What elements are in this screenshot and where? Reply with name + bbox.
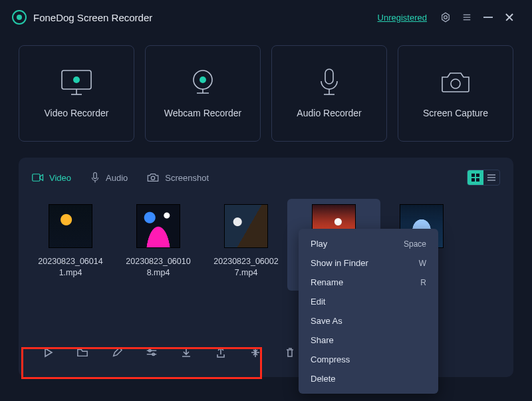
app-logo-icon <box>12 10 27 25</box>
ctx-item-compress[interactable]: Compress <box>299 350 438 369</box>
mode-webcam-recorder[interactable]: Webcam Recorder <box>145 45 261 142</box>
unregistered-link[interactable]: Unregistered <box>378 13 427 23</box>
ctx-label: Edit <box>311 297 325 307</box>
title-bar: FoneDog Screen Recorder Unregistered <box>0 0 532 35</box>
svg-marker-0 <box>442 13 450 22</box>
microphone-icon <box>316 69 342 96</box>
ctx-label: Show in Finder <box>311 258 368 268</box>
minimize-button[interactable] <box>481 11 495 24</box>
mode-screen-capture[interactable]: Screen Capture <box>398 45 513 142</box>
ctx-item-delete[interactable]: Delete <box>299 369 438 388</box>
svg-point-1 <box>444 16 448 19</box>
ctx-label: Compress <box>311 354 350 364</box>
ctx-item-edit[interactable]: Edit <box>299 292 438 311</box>
thumbnail-image <box>136 204 180 248</box>
ctx-item-rename[interactable]: Rename R <box>299 273 438 292</box>
ctx-item-share[interactable]: Share <box>299 331 438 350</box>
ctx-label: Play <box>311 239 327 249</box>
ctx-item-play[interactable]: Play Space <box>299 234 438 253</box>
grid-view-button[interactable] <box>467 170 483 185</box>
monitor-record-icon <box>58 69 95 96</box>
mode-video-recorder[interactable]: Video Recorder <box>19 45 134 142</box>
thumbnail-label: 20230823_060027.mp4 <box>211 256 281 279</box>
view-toggle <box>467 170 500 186</box>
share-icon[interactable] <box>214 346 227 359</box>
tab-audio[interactable]: Audio <box>90 172 128 184</box>
svg-rect-19 <box>471 174 475 177</box>
mode-label: Screen Capture <box>423 108 488 118</box>
trash-icon[interactable] <box>283 346 297 359</box>
media-panel: Video Audio Screenshot <box>19 158 513 377</box>
thumbnail-label: 20230823_060141.mp4 <box>36 256 105 279</box>
context-menu: Play Space Show in Finder W Rename R Edi… <box>299 229 438 394</box>
camera-icon <box>438 69 473 96</box>
svg-rect-11 <box>325 69 333 84</box>
app-title: FoneDog Screen Recorder <box>33 12 152 23</box>
mode-label: Webcam Recorder <box>164 108 241 118</box>
close-button[interactable] <box>503 11 516 24</box>
svg-point-10 <box>200 76 206 83</box>
ctx-label: Share <box>311 335 334 345</box>
ctx-hint: Space <box>404 239 426 249</box>
ctx-item-save-as[interactable]: Save As <box>299 311 438 331</box>
thumbnail-item[interactable]: 20230823_060027.mp4 <box>211 204 281 279</box>
thumbnail-image <box>49 204 92 248</box>
tab-label: Audio <box>106 173 128 183</box>
ctx-hint: W <box>419 259 426 268</box>
svg-point-8 <box>73 76 80 83</box>
tab-label: Screenshot <box>165 173 209 183</box>
svg-rect-16 <box>94 173 97 179</box>
panel-tabs: Video Audio Screenshot <box>32 170 500 186</box>
play-icon[interactable] <box>41 346 55 359</box>
svg-point-14 <box>451 79 460 88</box>
compress-icon[interactable] <box>249 346 262 359</box>
tab-label: Video <box>49 173 71 183</box>
list-view-button[interactable] <box>483 170 499 185</box>
sliders-icon[interactable] <box>145 346 158 359</box>
webcam-icon <box>187 69 219 96</box>
svg-rect-21 <box>471 178 475 182</box>
gear-icon[interactable] <box>439 11 452 24</box>
ctx-label: Save As <box>311 316 342 326</box>
svg-point-18 <box>152 176 155 180</box>
tab-video[interactable]: Video <box>32 173 71 183</box>
thumbnail-image <box>224 204 268 248</box>
svg-rect-15 <box>33 174 40 182</box>
folder-icon[interactable] <box>76 346 89 359</box>
ctx-hint: R <box>420 278 426 287</box>
ctx-label: Rename <box>311 277 343 287</box>
ctx-label: Delete <box>311 374 336 384</box>
mode-label: Video Recorder <box>44 108 108 118</box>
svg-rect-20 <box>476 174 479 177</box>
save-icon[interactable] <box>180 346 193 359</box>
mode-label: Audio Recorder <box>297 108 361 118</box>
ctx-item-show-in-finder[interactable]: Show in Finder W <box>299 253 438 273</box>
thumbnail-item[interactable]: 20230823_060141.mp4 <box>36 204 105 279</box>
mode-audio-recorder[interactable]: Audio Recorder <box>271 45 387 142</box>
thumbnail-label: 20230823_060108.mp4 <box>124 256 193 279</box>
thumbnail-item[interactable]: 20230823_060108.mp4 <box>124 204 193 279</box>
mode-cards: Video Recorder Webcam Recorder Audio Rec… <box>0 35 532 142</box>
menu-icon[interactable] <box>460 11 473 24</box>
tab-screenshot[interactable]: Screenshot <box>146 172 209 183</box>
edit-icon[interactable] <box>110 346 124 359</box>
svg-rect-22 <box>476 178 479 182</box>
